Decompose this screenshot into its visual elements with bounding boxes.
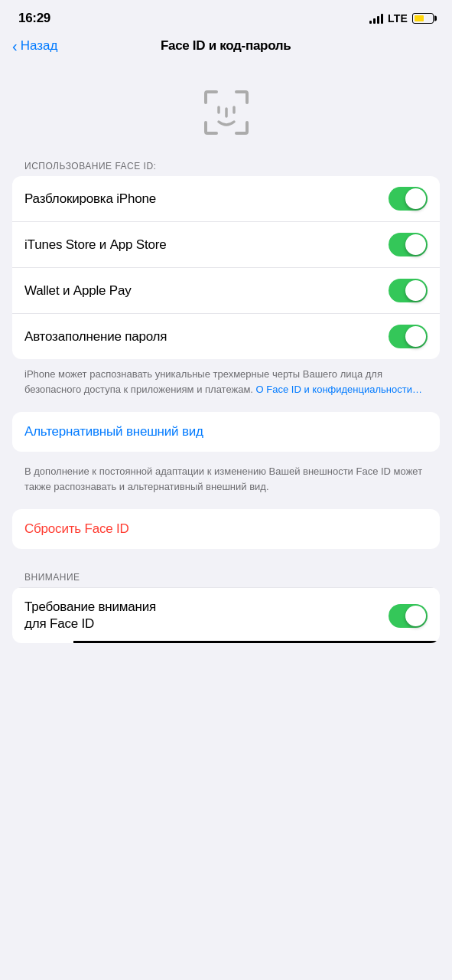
- unlock-iphone-label: Разблокировка iPhone: [24, 191, 156, 207]
- face-id-toggles-card: Разблокировка iPhone iTunes Store и App …: [12, 176, 440, 359]
- lte-label: LTE: [388, 12, 408, 24]
- chevron-left-icon: ‹: [12, 38, 18, 54]
- page-title: Face ID и код-пароль: [57, 38, 394, 54]
- alternative-appearance-row[interactable]: Альтернативный внешний вид: [12, 412, 440, 452]
- attention-card: Требование вниманиядля Face ID: [12, 587, 440, 643]
- reset-face-id-row[interactable]: Сбросить Face ID: [12, 509, 440, 549]
- nav-bar: ‹ Назад Face ID и код-пароль: [0, 32, 452, 63]
- autofill-label: Автозаполнение пароля: [24, 329, 167, 345]
- attention-face-id-toggle[interactable]: [389, 604, 428, 628]
- battery-icon: [412, 13, 434, 24]
- wallet-applepay-toggle[interactable]: [389, 279, 428, 302]
- status-bar: 16:29 LTE: [0, 0, 452, 32]
- signal-bars-icon: [369, 14, 383, 24]
- wallet-applepay-row: Wallet и Apple Pay: [12, 268, 440, 314]
- unlock-iphone-toggle[interactable]: [389, 187, 428, 211]
- face-id-section-label: Использование Face ID:: [0, 161, 452, 176]
- autofill-toggle[interactable]: [389, 325, 428, 348]
- attention-section-label: Внимание: [0, 572, 452, 587]
- itunes-appstore-label: iTunes Store и App Store: [24, 237, 167, 253]
- itunes-appstore-row: iTunes Store и App Store: [12, 222, 440, 268]
- reset-face-id-label: Сбросить Face ID: [24, 521, 129, 536]
- back-button[interactable]: ‹ Назад: [12, 38, 57, 54]
- unlock-iphone-row: Разблокировка iPhone: [12, 176, 440, 222]
- face-id-description: iPhone может распознавать уникальные тре…: [0, 359, 452, 412]
- attention-face-id-label: Требование вниманиядля Face ID: [24, 599, 389, 632]
- alternative-appearance-card: Альтернативный внешний вид: [12, 412, 440, 452]
- alternative-appearance-label: Альтернативный внешний вид: [24, 424, 203, 439]
- status-time: 16:29: [18, 11, 50, 26]
- wallet-applepay-label: Wallet и Apple Pay: [24, 283, 131, 299]
- autofill-row: Автозаполнение пароля: [12, 314, 440, 359]
- status-icons: LTE: [369, 12, 434, 24]
- face-id-privacy-link[interactable]: О Face ID и конфиденциальности…: [256, 384, 422, 395]
- attention-face-id-row: Требование вниманиядля Face ID: [12, 587, 440, 643]
- reset-face-id-card: Сбросить Face ID: [12, 509, 440, 549]
- progress-line: [73, 641, 440, 643]
- itunes-appstore-toggle[interactable]: [389, 233, 428, 256]
- face-id-icon: [200, 86, 253, 139]
- face-id-icon-section: [0, 63, 452, 161]
- back-label: Назад: [21, 38, 58, 54]
- alternative-appearance-description: В дополнение к постоянной адаптации к из…: [0, 456, 452, 509]
